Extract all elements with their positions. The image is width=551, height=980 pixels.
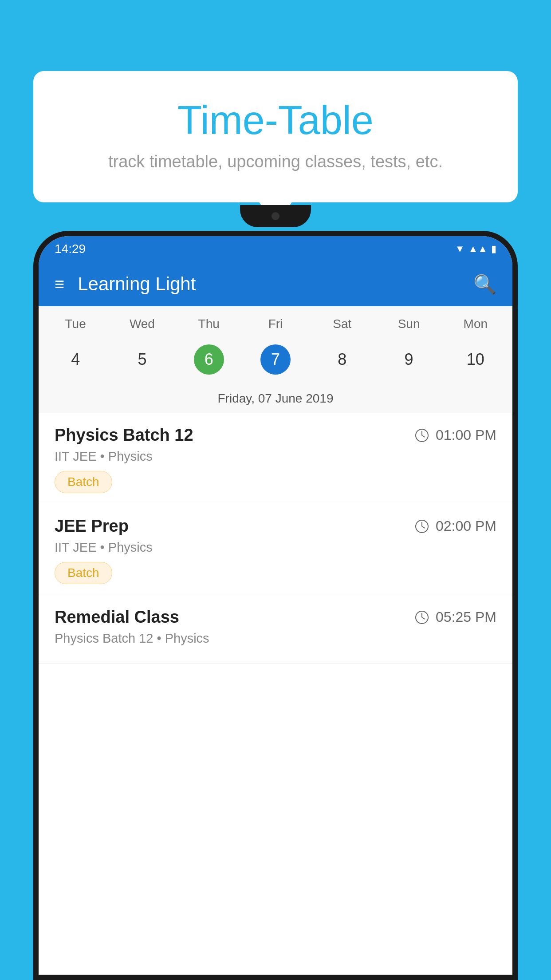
- schedule-item-2[interactable]: JEE Prep 02:00 PM IIT JEE • Physics Batc…: [39, 504, 512, 595]
- date-10[interactable]: 10: [442, 340, 509, 379]
- app-bar: ≡ Learning Light 🔍: [39, 262, 512, 306]
- date-5[interactable]: 5: [109, 340, 175, 379]
- day-sat: Sat: [309, 313, 375, 335]
- schedule-item-3-subtitle: Physics Batch 12 • Physics: [55, 631, 496, 646]
- schedule-item-1-time: 01:00 PM: [415, 427, 496, 443]
- phone-frame: 14:29 ▼ ▲▲ ▮ ≡ Learning Light 🔍 Tue Wed …: [33, 231, 518, 980]
- wifi-icon: ▼: [455, 243, 465, 255]
- schedule-item-2-tag: Batch: [55, 562, 112, 584]
- clock-icon-1: [415, 429, 429, 442]
- page-subtitle: track timetable, upcoming classes, tests…: [55, 152, 496, 171]
- day-fri: Fri: [242, 313, 309, 335]
- schedule-item-3-header: Remedial Class 05:25 PM: [55, 608, 496, 627]
- status-bar: 14:29 ▼ ▲▲ ▮: [39, 236, 512, 262]
- selected-date-label: Friday, 07 June 2019: [39, 386, 512, 413]
- menu-icon[interactable]: ≡: [55, 276, 64, 292]
- schedule-list: Physics Batch 12 01:00 PM IIT JEE • Phys…: [39, 413, 512, 975]
- schedule-item-2-time: 02:00 PM: [415, 518, 496, 534]
- search-icon[interactable]: 🔍: [473, 273, 496, 295]
- day-sun: Sun: [375, 313, 442, 335]
- schedule-item-2-title: JEE Prep: [55, 517, 129, 536]
- schedule-item-3[interactable]: Remedial Class 05:25 PM Physics Batch 12…: [39, 595, 512, 664]
- date-8[interactable]: 8: [309, 340, 375, 379]
- clock-icon-3: [415, 611, 429, 624]
- clock-icon-2: [415, 520, 429, 533]
- phone-screen: 14:29 ▼ ▲▲ ▮ ≡ Learning Light 🔍 Tue Wed …: [39, 236, 512, 975]
- date-9[interactable]: 9: [375, 340, 442, 379]
- schedule-item-1-header: Physics Batch 12 01:00 PM: [55, 426, 496, 445]
- day-tue: Tue: [42, 313, 109, 335]
- signal-icon: ▲▲: [468, 243, 488, 255]
- schedule-item-1-tag: Batch: [55, 471, 112, 493]
- date-6[interactable]: 6: [176, 340, 242, 379]
- schedule-item-1[interactable]: Physics Batch 12 01:00 PM IIT JEE • Phys…: [39, 413, 512, 504]
- date-7[interactable]: 7: [242, 340, 309, 379]
- schedule-item-2-header: JEE Prep 02:00 PM: [55, 517, 496, 536]
- day-wed: Wed: [109, 313, 175, 335]
- page-title: Time-Table: [55, 98, 496, 143]
- schedule-item-3-title: Remedial Class: [55, 608, 179, 627]
- calendar-dates: 4 5 6 7 8 9 10: [39, 338, 512, 386]
- calendar: Tue Wed Thu Fri Sat Sun Mon 4 5 6 7 8 9 …: [39, 306, 512, 413]
- day-thu: Thu: [176, 313, 242, 335]
- schedule-item-1-subtitle: IIT JEE • Physics: [55, 449, 496, 464]
- status-icons: ▼ ▲▲ ▮: [455, 243, 496, 255]
- schedule-item-2-subtitle: IIT JEE • Physics: [55, 540, 496, 555]
- speech-bubble: Time-Table track timetable, upcoming cla…: [33, 71, 518, 202]
- calendar-days-header: Tue Wed Thu Fri Sat Sun Mon: [39, 306, 512, 338]
- schedule-item-3-time: 05:25 PM: [415, 609, 496, 625]
- day-mon: Mon: [442, 313, 509, 335]
- schedule-item-1-title: Physics Batch 12: [55, 426, 193, 445]
- status-time: 14:29: [55, 242, 86, 256]
- battery-icon: ▮: [491, 243, 496, 255]
- app-bar-title: Learning Light: [78, 273, 473, 295]
- date-4[interactable]: 4: [42, 340, 109, 379]
